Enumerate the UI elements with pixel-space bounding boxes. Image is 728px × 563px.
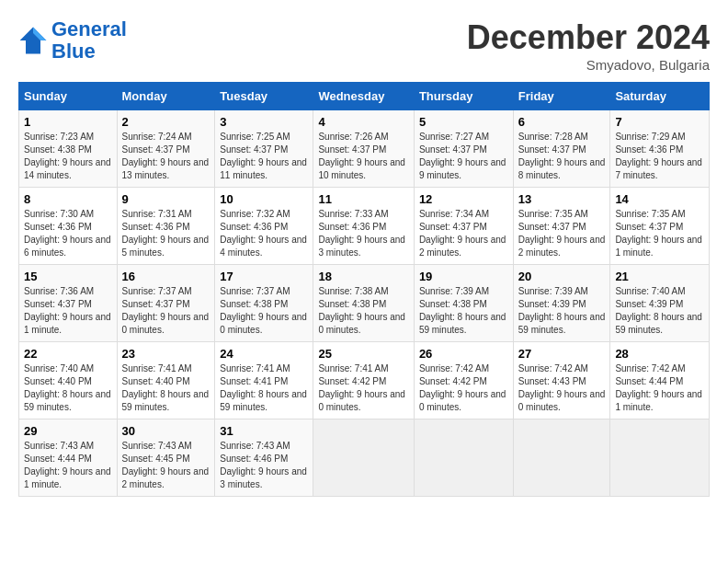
calendar-day-cell: 14Sunrise: 7:35 AMSunset: 4:37 PMDayligh… [610,188,710,265]
day-info: Sunrise: 7:30 AMSunset: 4:36 PMDaylight:… [24,208,112,259]
day-number: 28 [615,347,704,361]
calendar-day-cell: 26Sunrise: 7:42 AMSunset: 4:42 PMDayligh… [414,342,513,419]
day-number: 15 [24,270,112,283]
calendar-week-row: 1Sunrise: 7:23 AMSunset: 4:38 PMDaylight… [19,110,710,188]
day-number: 2 [122,115,210,129]
month-title: December 2024 [467,18,710,57]
day-info: Sunrise: 7:24 AMSunset: 4:37 PMDaylight:… [122,131,210,182]
day-number: 21 [615,270,704,283]
day-info: Sunrise: 7:42 AMSunset: 4:42 PMDaylight:… [419,362,508,414]
day-info: Sunrise: 7:38 AMSunset: 4:38 PMDaylight:… [318,285,408,337]
calendar-day-cell: 28Sunrise: 7:42 AMSunset: 4:44 PMDayligh… [610,342,710,419]
day-number: 19 [419,270,508,283]
day-info: Sunrise: 7:43 AMSunset: 4:45 PMDaylight:… [122,440,210,491]
calendar-day-cell: 7Sunrise: 7:29 AMSunset: 4:36 PMDaylight… [610,110,710,188]
day-number: 23 [122,347,210,361]
calendar-day-cell: 21Sunrise: 7:40 AMSunset: 4:39 PMDayligh… [610,265,710,342]
calendar-week-row: 8Sunrise: 7:30 AMSunset: 4:36 PMDaylight… [19,188,710,265]
calendar-day-cell: 22Sunrise: 7:40 AMSunset: 4:40 PMDayligh… [19,342,118,419]
day-number: 26 [419,347,508,361]
calendar-day-cell: 31Sunrise: 7:43 AMSunset: 4:46 PMDayligh… [215,419,313,497]
weekday-header: Sunday [19,83,118,110]
day-number: 1 [24,115,112,129]
calendar-day-cell: 19Sunrise: 7:39 AMSunset: 4:38 PMDayligh… [414,265,513,342]
weekday-header: Tuesday [215,83,313,110]
location: Smyadovo, Bulgaria [467,57,710,73]
calendar-table: SundayMondayTuesdayWednesdayThursdayFrid… [18,82,710,497]
day-info: Sunrise: 7:41 AMSunset: 4:42 PMDaylight:… [318,362,408,414]
weekday-header: Saturday [610,83,710,110]
day-number: 4 [318,115,408,129]
calendar-day-cell [513,419,610,497]
calendar-day-cell: 4Sunrise: 7:26 AMSunset: 4:37 PMDaylight… [313,110,414,188]
day-number: 10 [220,192,308,206]
calendar-header-row: SundayMondayTuesdayWednesdayThursdayFrid… [19,83,710,110]
calendar-day-cell [313,419,414,497]
day-number: 29 [24,424,112,438]
calendar-day-cell: 27Sunrise: 7:42 AMSunset: 4:43 PMDayligh… [513,342,610,419]
day-info: Sunrise: 7:39 AMSunset: 4:39 PMDaylight:… [518,285,606,337]
day-info: Sunrise: 7:31 AMSunset: 4:36 PMDaylight:… [122,208,210,259]
logo-text: GeneralBlue [51,18,127,63]
weekday-header: Friday [513,83,610,110]
day-info: Sunrise: 7:36 AMSunset: 4:37 PMDaylight:… [24,285,112,337]
day-number: 14 [615,192,704,206]
day-info: Sunrise: 7:35 AMSunset: 4:37 PMDaylight:… [615,208,704,259]
page-header: GeneralBlue December 2024 Smyadovo, Bulg… [18,18,710,73]
calendar-day-cell: 15Sunrise: 7:36 AMSunset: 4:37 PMDayligh… [19,265,118,342]
weekday-header: Monday [117,83,215,110]
calendar-day-cell: 2Sunrise: 7:24 AMSunset: 4:37 PMDaylight… [117,110,215,188]
calendar-day-cell: 18Sunrise: 7:38 AMSunset: 4:38 PMDayligh… [313,265,414,342]
calendar-day-cell [414,419,513,497]
day-info: Sunrise: 7:43 AMSunset: 4:44 PMDaylight:… [24,440,112,491]
calendar-week-row: 29Sunrise: 7:43 AMSunset: 4:44 PMDayligh… [19,419,710,497]
day-number: 3 [220,115,308,129]
day-number: 9 [122,192,210,206]
calendar-day-cell: 11Sunrise: 7:33 AMSunset: 4:36 PMDayligh… [313,188,414,265]
day-number: 12 [419,192,508,206]
weekday-header: Thursday [414,83,513,110]
calendar-day-cell: 8Sunrise: 7:30 AMSunset: 4:36 PMDaylight… [19,188,118,265]
day-info: Sunrise: 7:42 AMSunset: 4:44 PMDaylight:… [615,362,704,414]
day-info: Sunrise: 7:41 AMSunset: 4:40 PMDaylight:… [122,362,210,414]
day-info: Sunrise: 7:43 AMSunset: 4:46 PMDaylight:… [220,440,308,491]
weekday-header: Wednesday [313,83,414,110]
day-number: 6 [518,115,606,129]
day-info: Sunrise: 7:40 AMSunset: 4:39 PMDaylight:… [615,285,704,337]
day-number: 11 [318,192,408,206]
calendar-day-cell [610,419,710,497]
day-number: 18 [318,270,408,283]
day-number: 16 [122,270,210,283]
logo-icon [18,26,48,55]
day-number: 27 [518,347,606,361]
calendar-day-cell: 12Sunrise: 7:34 AMSunset: 4:37 PMDayligh… [414,188,513,265]
calendar-day-cell: 1Sunrise: 7:23 AMSunset: 4:38 PMDaylight… [19,110,118,188]
day-info: Sunrise: 7:35 AMSunset: 4:37 PMDaylight:… [518,208,606,259]
calendar-day-cell: 5Sunrise: 7:27 AMSunset: 4:37 PMDaylight… [414,110,513,188]
calendar-day-cell: 25Sunrise: 7:41 AMSunset: 4:42 PMDayligh… [313,342,414,419]
calendar-day-cell: 3Sunrise: 7:25 AMSunset: 4:37 PMDaylight… [215,110,313,188]
day-info: Sunrise: 7:37 AMSunset: 4:38 PMDaylight:… [220,285,308,337]
day-number: 17 [220,270,308,283]
calendar-week-row: 15Sunrise: 7:36 AMSunset: 4:37 PMDayligh… [19,265,710,342]
calendar-day-cell: 29Sunrise: 7:43 AMSunset: 4:44 PMDayligh… [19,419,118,497]
day-number: 25 [318,347,408,361]
calendar-day-cell: 24Sunrise: 7:41 AMSunset: 4:41 PMDayligh… [215,342,313,419]
day-number: 8 [24,192,112,206]
day-number: 20 [518,270,606,283]
calendar-day-cell: 6Sunrise: 7:28 AMSunset: 4:37 PMDaylight… [513,110,610,188]
day-info: Sunrise: 7:34 AMSunset: 4:37 PMDaylight:… [419,208,508,259]
day-info: Sunrise: 7:28 AMSunset: 4:37 PMDaylight:… [518,131,606,182]
day-info: Sunrise: 7:32 AMSunset: 4:36 PMDaylight:… [220,208,308,259]
calendar-day-cell: 16Sunrise: 7:37 AMSunset: 4:37 PMDayligh… [117,265,215,342]
calendar-day-cell: 30Sunrise: 7:43 AMSunset: 4:45 PMDayligh… [117,419,215,497]
calendar-day-cell: 13Sunrise: 7:35 AMSunset: 4:37 PMDayligh… [513,188,610,265]
calendar-day-cell: 20Sunrise: 7:39 AMSunset: 4:39 PMDayligh… [513,265,610,342]
day-number: 13 [518,192,606,206]
calendar-day-cell: 9Sunrise: 7:31 AMSunset: 4:36 PMDaylight… [117,188,215,265]
day-number: 22 [24,347,112,361]
day-number: 5 [419,115,508,129]
calendar-day-cell: 23Sunrise: 7:41 AMSunset: 4:40 PMDayligh… [117,342,215,419]
calendar-day-cell: 10Sunrise: 7:32 AMSunset: 4:36 PMDayligh… [215,188,313,265]
day-info: Sunrise: 7:26 AMSunset: 4:37 PMDaylight:… [318,131,408,182]
